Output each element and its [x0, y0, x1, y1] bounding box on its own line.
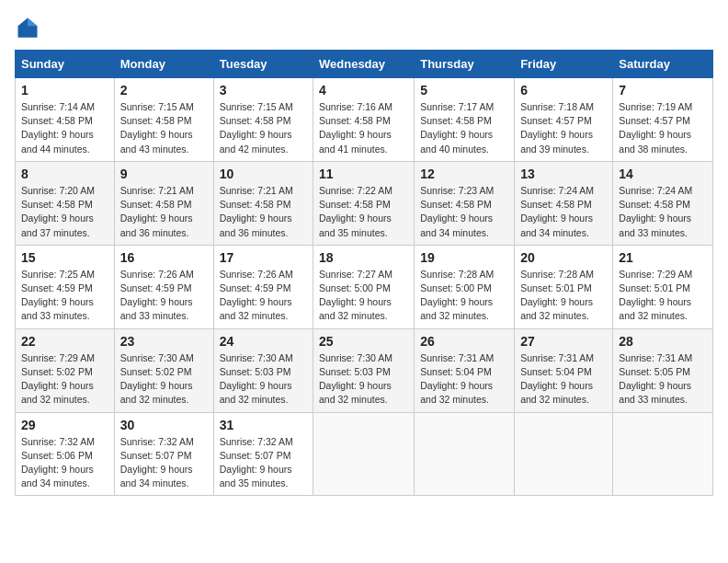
header-monday: Monday [114, 51, 213, 78]
day-number: 2 [120, 83, 208, 98]
calendar-cell: 18Sunrise: 7:27 AMSunset: 5:00 PMDayligh… [313, 245, 415, 328]
day-number: 3 [220, 83, 307, 98]
day-number: 21 [619, 250, 707, 265]
day-info: Sunrise: 7:24 AMSunset: 4:58 PMDaylight:… [520, 184, 607, 240]
week-row-3: 15Sunrise: 7:25 AMSunset: 4:59 PMDayligh… [16, 245, 713, 328]
day-info: Sunrise: 7:18 AMSunset: 4:57 PMDaylight:… [520, 100, 607, 156]
day-info: Sunrise: 7:16 AMSunset: 4:58 PMDaylight:… [319, 100, 408, 156]
day-info: Sunrise: 7:30 AMSunset: 5:03 PMDaylight:… [319, 351, 408, 408]
day-number: 14 [619, 167, 707, 181]
week-row-2: 8Sunrise: 7:20 AMSunset: 4:58 PMDaylight… [16, 161, 713, 245]
header [15, 15, 713, 40]
day-number: 11 [319, 167, 408, 181]
day-info: Sunrise: 7:26 AMSunset: 4:59 PMDaylight:… [220, 268, 307, 324]
calendar-cell: 29Sunrise: 7:32 AMSunset: 5:06 PMDayligh… [16, 412, 115, 496]
day-info: Sunrise: 7:25 AMSunset: 4:59 PMDaylight:… [21, 268, 108, 324]
day-info: Sunrise: 7:22 AMSunset: 4:58 PMDaylight:… [319, 184, 408, 240]
calendar-cell: 3Sunrise: 7:15 AMSunset: 4:58 PMDaylight… [213, 78, 313, 162]
day-number: 24 [220, 334, 307, 349]
calendar-cell: 16Sunrise: 7:26 AMSunset: 4:59 PMDayligh… [114, 245, 213, 328]
calendar-cell [613, 412, 713, 496]
logo-icon [15, 15, 40, 40]
calendar-cell: 30Sunrise: 7:32 AMSunset: 5:07 PMDayligh… [114, 412, 213, 496]
day-info: Sunrise: 7:32 AMSunset: 5:07 PMDaylight:… [120, 435, 208, 491]
day-info: Sunrise: 7:14 AMSunset: 4:58 PMDaylight:… [21, 100, 108, 156]
calendar-cell: 27Sunrise: 7:31 AMSunset: 5:04 PMDayligh… [515, 328, 613, 412]
day-number: 30 [120, 418, 208, 432]
calendar-cell: 20Sunrise: 7:28 AMSunset: 5:01 PMDayligh… [515, 245, 613, 328]
day-number: 23 [120, 334, 208, 349]
week-row-1: 1Sunrise: 7:14 AMSunset: 4:58 PMDaylight… [16, 78, 713, 162]
day-info: Sunrise: 7:31 AMSunset: 5:05 PMDaylight:… [619, 351, 707, 408]
day-number: 25 [319, 334, 408, 349]
day-number: 22 [21, 334, 108, 349]
day-number: 12 [420, 167, 508, 181]
day-number: 5 [420, 83, 508, 98]
day-info: Sunrise: 7:21 AMSunset: 4:58 PMDaylight:… [220, 184, 307, 240]
calendar-cell: 2Sunrise: 7:15 AMSunset: 4:58 PMDaylight… [114, 78, 213, 162]
header-friday: Friday [515, 51, 613, 78]
day-number: 7 [619, 83, 707, 98]
week-row-5: 29Sunrise: 7:32 AMSunset: 5:06 PMDayligh… [16, 412, 713, 496]
day-info: Sunrise: 7:15 AMSunset: 4:58 PMDaylight:… [120, 100, 208, 156]
day-number: 19 [420, 250, 508, 265]
day-info: Sunrise: 7:32 AMSunset: 5:06 PMDaylight:… [21, 435, 108, 491]
calendar-cell: 15Sunrise: 7:25 AMSunset: 4:59 PMDayligh… [16, 245, 115, 328]
day-number: 1 [21, 83, 108, 98]
calendar-cell: 14Sunrise: 7:24 AMSunset: 4:58 PMDayligh… [613, 161, 713, 245]
header-wednesday: Wednesday [313, 51, 415, 78]
day-info: Sunrise: 7:24 AMSunset: 4:58 PMDaylight:… [619, 184, 707, 240]
header-thursday: Thursday [415, 51, 515, 78]
calendar-cell: 12Sunrise: 7:23 AMSunset: 4:58 PMDayligh… [415, 161, 515, 245]
calendar-cell: 17Sunrise: 7:26 AMSunset: 4:59 PMDayligh… [213, 245, 313, 328]
day-info: Sunrise: 7:19 AMSunset: 4:57 PMDaylight:… [619, 100, 707, 156]
day-info: Sunrise: 7:31 AMSunset: 5:04 PMDaylight:… [520, 351, 607, 408]
day-number: 9 [120, 167, 208, 181]
calendar-cell: 23Sunrise: 7:30 AMSunset: 5:02 PMDayligh… [114, 328, 213, 412]
day-number: 16 [120, 250, 208, 265]
day-number: 20 [520, 250, 607, 265]
day-info: Sunrise: 7:30 AMSunset: 5:02 PMDaylight:… [120, 351, 208, 408]
day-info: Sunrise: 7:21 AMSunset: 4:58 PMDaylight:… [120, 184, 208, 240]
day-info: Sunrise: 7:29 AMSunset: 5:02 PMDaylight:… [21, 351, 108, 408]
day-info: Sunrise: 7:32 AMSunset: 5:07 PMDaylight:… [220, 435, 307, 491]
day-info: Sunrise: 7:28 AMSunset: 5:00 PMDaylight:… [420, 268, 508, 324]
day-number: 17 [220, 250, 307, 265]
calendar-cell: 13Sunrise: 7:24 AMSunset: 4:58 PMDayligh… [515, 161, 613, 245]
header-sunday: Sunday [16, 51, 115, 78]
calendar-cell [415, 412, 515, 496]
day-info: Sunrise: 7:17 AMSunset: 4:58 PMDaylight:… [420, 100, 508, 156]
calendar-cell: 8Sunrise: 7:20 AMSunset: 4:58 PMDaylight… [16, 161, 115, 245]
calendar-cell: 4Sunrise: 7:16 AMSunset: 4:58 PMDaylight… [313, 78, 415, 162]
calendar-cell: 9Sunrise: 7:21 AMSunset: 4:58 PMDaylight… [114, 161, 213, 245]
calendar-cell [313, 412, 415, 496]
calendar-cell: 21Sunrise: 7:29 AMSunset: 5:01 PMDayligh… [613, 245, 713, 328]
calendar-cell: 26Sunrise: 7:31 AMSunset: 5:04 PMDayligh… [415, 328, 515, 412]
calendar-cell: 22Sunrise: 7:29 AMSunset: 5:02 PMDayligh… [16, 328, 115, 412]
calendar-cell: 19Sunrise: 7:28 AMSunset: 5:00 PMDayligh… [415, 245, 515, 328]
calendar-cell: 6Sunrise: 7:18 AMSunset: 4:57 PMDaylight… [515, 78, 613, 162]
day-info: Sunrise: 7:31 AMSunset: 5:04 PMDaylight:… [420, 351, 508, 408]
day-info: Sunrise: 7:28 AMSunset: 5:01 PMDaylight:… [520, 268, 607, 324]
svg-marker-1 [28, 18, 38, 27]
day-info: Sunrise: 7:27 AMSunset: 5:00 PMDaylight:… [319, 268, 408, 324]
day-number: 13 [520, 167, 607, 181]
day-info: Sunrise: 7:26 AMSunset: 4:59 PMDaylight:… [120, 268, 208, 324]
day-info: Sunrise: 7:29 AMSunset: 5:01 PMDaylight:… [619, 268, 707, 324]
day-number: 28 [619, 334, 707, 349]
logo [15, 15, 44, 40]
header-saturday: Saturday [613, 51, 713, 78]
day-info: Sunrise: 7:20 AMSunset: 4:58 PMDaylight:… [21, 184, 108, 240]
calendar-cell: 28Sunrise: 7:31 AMSunset: 5:05 PMDayligh… [613, 328, 713, 412]
day-number: 18 [319, 250, 408, 265]
header-tuesday: Tuesday [213, 51, 313, 78]
calendar-cell: 10Sunrise: 7:21 AMSunset: 4:58 PMDayligh… [213, 161, 313, 245]
day-number: 31 [220, 418, 307, 432]
day-number: 6 [520, 83, 607, 98]
calendar-header-row: SundayMondayTuesdayWednesdayThursdayFrid… [16, 51, 713, 78]
calendar-cell: 24Sunrise: 7:30 AMSunset: 5:03 PMDayligh… [213, 328, 313, 412]
day-number: 4 [319, 83, 408, 98]
day-info: Sunrise: 7:15 AMSunset: 4:58 PMDaylight:… [220, 100, 307, 156]
day-number: 10 [220, 167, 307, 181]
day-number: 15 [21, 250, 108, 265]
